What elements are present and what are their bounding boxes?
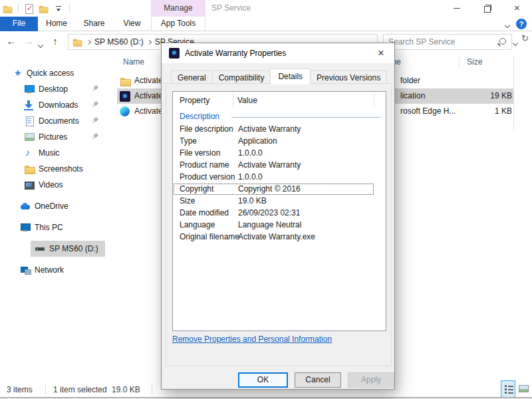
selection-size: 19.0 KB xyxy=(112,382,140,397)
sidebar-item-label: Desktop xyxy=(39,81,68,97)
group-divider-line xyxy=(231,117,380,118)
property-row-file-description[interactable]: File descriptionActivate Warranty xyxy=(174,124,385,135)
property-row-product-version[interactable]: Product version1.0.0.0 xyxy=(174,172,385,183)
sidebar-item-quick-access[interactable]: Quick access xyxy=(0,65,106,81)
folder-icon xyxy=(120,76,130,86)
sidebar-item-documents[interactable]: Documents xyxy=(0,113,106,129)
help-button[interactable]: ? xyxy=(516,19,527,29)
details-view-icon xyxy=(505,385,507,387)
thumbnails-view-button[interactable] xyxy=(517,380,531,398)
column-divider[interactable] xyxy=(459,57,460,68)
property-row-type[interactable]: TypeApplication xyxy=(174,136,385,147)
details-property-list: Property Value Description File descript… xyxy=(172,91,386,331)
chevron-down-icon xyxy=(513,41,518,46)
list-header-value[interactable]: Value xyxy=(237,92,257,109)
sidebar-item-label: This PC xyxy=(35,219,63,235)
remove-properties-link[interactable]: Remove Properties and Personal Informati… xyxy=(172,334,332,344)
title-bar: Manage SP Service × xyxy=(0,0,532,17)
file-type: lication xyxy=(400,88,425,104)
sidebar-item-desktop[interactable]: Desktop xyxy=(0,81,106,97)
property-name: Product version xyxy=(180,172,235,183)
property-row-original-filename[interactable]: Original filenameActivate Warranty.exe xyxy=(174,231,385,243)
property-name: File version xyxy=(180,148,220,159)
sidebar-item-label: Videos xyxy=(39,177,63,193)
column-header-size[interactable]: Size xyxy=(467,56,482,68)
details-view-button[interactable] xyxy=(501,380,515,398)
search-input[interactable] xyxy=(388,36,493,48)
up-button[interactable]: ↑ xyxy=(48,32,63,52)
downloads-icon xyxy=(24,100,33,110)
sidebar-item-downloads[interactable]: Downloads xyxy=(0,97,106,113)
app-icon xyxy=(120,91,130,102)
sidebar-item-music[interactable]: Music xyxy=(0,145,106,161)
file-size: 1 KB xyxy=(466,104,512,119)
sidebar-item-label: Screenshots xyxy=(39,161,83,177)
file-name: Activate xyxy=(134,88,163,104)
dialog-tab-general[interactable]: General xyxy=(171,70,213,84)
ribbon-tab-app-tools[interactable]: App Tools xyxy=(151,17,205,31)
status-divider xyxy=(45,385,46,394)
close-button[interactable]: × xyxy=(502,0,532,17)
back-button[interactable]: ← xyxy=(4,32,19,52)
thumbnails-view-icon xyxy=(519,385,529,392)
file-type: rosoft Edge H... xyxy=(400,104,456,119)
drive-icon xyxy=(35,243,45,254)
property-row-product-name[interactable]: Product nameActivate Warranty xyxy=(174,160,385,171)
sidebar-item-network[interactable]: Network xyxy=(0,262,106,278)
ribbon-tab-file[interactable]: File xyxy=(0,17,38,31)
dialog-tab-previous-versions[interactable]: Previous Versions xyxy=(310,70,387,84)
sidebar-item-onedrive[interactable]: OneDrive xyxy=(0,198,106,214)
desktop-icon xyxy=(24,84,35,94)
property-name: Product name xyxy=(180,160,229,171)
file-name: Activate xyxy=(134,73,163,88)
property-row-file-version[interactable]: File version1.0.0.0 xyxy=(174,148,385,159)
forward-button: → xyxy=(21,32,36,52)
customize-caret-icon[interactable] xyxy=(54,3,65,14)
sidebar-item-sp-ms60-d[interactable]: SP MS60 (D:) xyxy=(0,241,106,257)
property-name: Size xyxy=(180,196,195,207)
dialog-tab-details[interactable]: Details xyxy=(270,68,311,84)
ribbon-tab-row: ? FileHomeShareViewApp Tools xyxy=(0,17,532,31)
sidebar-item-screenshots[interactable]: Screenshots xyxy=(0,161,106,177)
network-icon xyxy=(20,265,31,275)
column-header-name[interactable]: Name xyxy=(123,56,144,68)
address-dropdown-button[interactable] xyxy=(513,38,517,47)
restore-button[interactable] xyxy=(472,0,502,17)
apply-button: Apply xyxy=(348,372,394,388)
property-row-language[interactable]: LanguageLanguage Neutral xyxy=(174,219,385,231)
search-box xyxy=(383,34,512,50)
dialog-tab-compatibility[interactable]: Compatibility xyxy=(212,70,271,84)
documents-icon xyxy=(24,116,35,126)
ribbon-tab-view[interactable]: View xyxy=(113,17,151,31)
navigation-pane: Quick accessDesktopDownloadsDocumentsPic… xyxy=(0,52,106,382)
property-value: 1.0.0.0 xyxy=(238,148,263,159)
property-name: File description xyxy=(180,124,233,135)
qaccess-icon xyxy=(13,68,24,78)
properties-check-icon[interactable] xyxy=(23,3,34,14)
ribbon-tab-share[interactable]: Share xyxy=(75,17,113,31)
property-row-copyright[interactable]: CopyrightCopyright © 2016 xyxy=(174,184,374,195)
search-icon[interactable] xyxy=(497,38,506,47)
sidebar-item-pictures[interactable]: Pictures xyxy=(0,129,106,145)
folder-icon[interactable] xyxy=(39,4,48,13)
ribbon-tab-home[interactable]: Home xyxy=(38,17,75,31)
list-column-divider[interactable] xyxy=(233,94,233,107)
ribbon-collapse-button[interactable] xyxy=(505,20,509,29)
recent-locations-button[interactable] xyxy=(39,40,43,49)
property-row-size[interactable]: Size19.0 KB xyxy=(174,196,385,207)
cancel-button[interactable]: Cancel xyxy=(295,372,341,388)
list-column-divider[interactable] xyxy=(374,94,374,107)
minimize-button[interactable] xyxy=(442,0,472,17)
folder-icon[interactable] xyxy=(3,4,12,13)
list-header-property[interactable]: Property xyxy=(180,92,209,109)
contextual-tab-manage[interactable]: Manage xyxy=(151,0,205,17)
dialog-close-button[interactable]: × xyxy=(369,43,393,63)
property-row-date-modified[interactable]: Date modified26/09/2023 02:31 xyxy=(174,207,385,219)
breadcrumb-segment-sp-ms60-d[interactable]: SP MS60 (D:) xyxy=(94,37,144,47)
refresh-icon[interactable]: ↻ xyxy=(521,33,529,43)
ok-button[interactable]: OK xyxy=(238,372,288,388)
property-value: 26/09/2023 02:31 xyxy=(238,207,300,219)
sidebar-item-this-pc[interactable]: This PC xyxy=(0,219,106,235)
sidebar-item-videos[interactable]: Videos xyxy=(0,177,106,193)
chevron-right-icon xyxy=(147,39,152,44)
